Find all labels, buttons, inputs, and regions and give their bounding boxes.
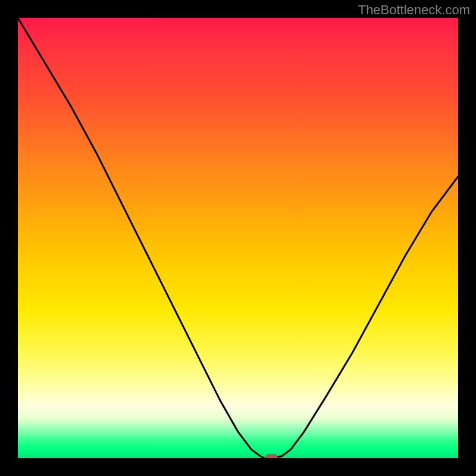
plot-area	[18, 18, 458, 458]
optimal-point-marker	[265, 454, 278, 458]
watermark-text: TheBottleneck.com	[358, 2, 470, 18]
curve-svg	[18, 18, 458, 458]
chart-frame: TheBottleneck.com	[0, 0, 476, 476]
bottleneck-curve	[18, 18, 458, 458]
